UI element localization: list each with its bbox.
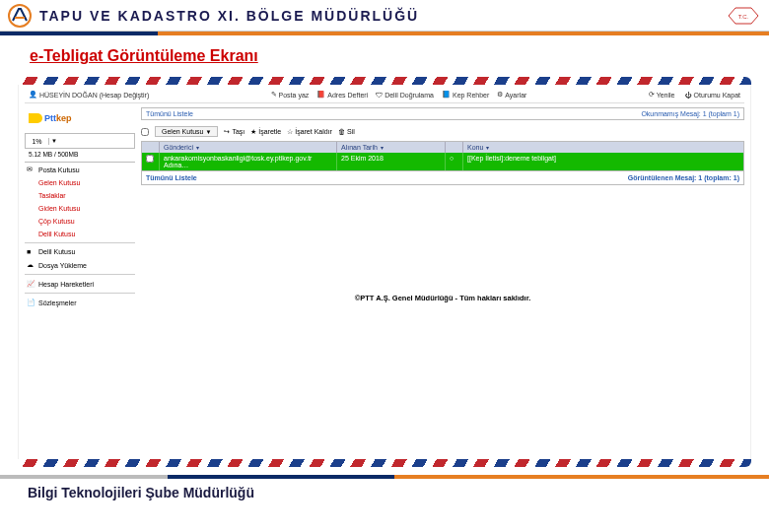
folder-mailbox[interactable]: ✉Posta Kutusu [25, 163, 135, 176]
doc-icon: 📄 [27, 299, 35, 306]
util-evidence-box[interactable]: ■Delil Kutusu [25, 245, 135, 258]
sort-icon: ▾ [196, 144, 199, 151]
pencil-icon: ✎ [271, 91, 277, 99]
util-label: Dosya Yükleme [38, 262, 87, 269]
ptt-suffix: kep [56, 113, 72, 123]
folder-inbox[interactable]: Gelen Kutusu [25, 176, 135, 189]
col-date[interactable]: Alınan Tarih▾ [337, 142, 446, 153]
mail-copyright: ©PTT A.Ş. Genel Müdürlüğü - Tüm hakları … [141, 185, 744, 302]
grid-footer-listall[interactable]: Tümünü Listele [146, 174, 197, 181]
unread-count-text: Okunmamış Mesaj: 1 (toplam 1) [641, 110, 739, 117]
trash-icon: 🗑 [338, 128, 345, 135]
inbox-dropdown-button[interactable]: Gelen Kutusu▼ [155, 126, 218, 137]
folder-label: Delil Kutusu [38, 231, 75, 237]
refresh-icon: ⟳ [649, 91, 655, 99]
col-sender-label: Gönderici [164, 144, 193, 151]
folder-label: Giden Kutusu [38, 205, 80, 212]
sidebar-divider [25, 274, 135, 275]
mail-row[interactable]: ankarakomisyonbaskanligi@tosk.ey.ptikep.… [142, 153, 743, 170]
mark-button[interactable]: ★İşaretle [250, 128, 281, 136]
chart-icon: 📈 [27, 280, 35, 288]
page-footer-text: Bilgi Teknolojileri Şube Müdürlüğü [0, 479, 769, 500]
chevron-down-icon: ▼ [205, 129, 211, 135]
inbox-btn-label: Gelen Kutusu [162, 128, 203, 135]
refresh-link[interactable]: ⟳Yenile [649, 91, 675, 99]
select-all-checkbox[interactable] [141, 128, 149, 136]
mark-label: İşaretle [258, 128, 281, 135]
ptt-flag-icon [29, 113, 42, 123]
address-book-link[interactable]: 📕Adres Defteri [316, 91, 368, 99]
address-label: Adres Defteri [327, 92, 368, 99]
upload-icon: ☁ [27, 261, 35, 269]
move-icon: ↪ [224, 128, 230, 136]
mail-toolbar: Gelen Kutusu▼ ↪Taşı ★İşaretle ☆İşaret Ka… [141, 124, 744, 139]
unmark-button[interactable]: ☆İşaret Kaldır [287, 128, 332, 136]
verify-link[interactable]: 🛡Delil Doğrulama [376, 92, 434, 99]
mail-main: Tümünü Listele Okunmamış Mesaj: 1 (topla… [141, 107, 744, 309]
col-subject[interactable]: Konu▾ [463, 142, 743, 153]
envelope-icon: ✉ [27, 166, 35, 173]
footer-accent-bar [0, 475, 769, 479]
box-icon: ■ [27, 248, 35, 255]
quota-percent-value: 1% [26, 138, 49, 145]
account-user[interactable]: 👤 HÜSEYİN DOĞAN (Hesap Değiştir) [29, 91, 149, 99]
quota-percent-select[interactable]: 1% ▼ [25, 133, 135, 149]
view-all-link[interactable]: Tümünü Listele [146, 110, 193, 117]
compose-link[interactable]: ✎Posta yaz [271, 91, 310, 99]
gear-icon: ⚙ [497, 91, 503, 99]
folder-sent[interactable]: Giden Kutusu [25, 202, 135, 215]
star-icon: ★ [250, 128, 256, 136]
util-account-activity[interactable]: 📈Hesap Hareketleri [25, 277, 135, 291]
logout-link[interactable]: ⏻Oturumu Kapat [685, 91, 740, 99]
compose-label: Posta yaz [279, 92, 310, 99]
delete-button[interactable]: 🗑Sil [338, 128, 355, 135]
col-date-label: Alınan Tarih [341, 144, 378, 151]
user-icon: 👤 [29, 91, 37, 99]
folder-trash[interactable]: Çöp Kutusu [25, 215, 135, 228]
move-button[interactable]: ↪Taşı [224, 128, 245, 136]
header-accent-bar [0, 32, 769, 35]
row-checkbox-cell [142, 153, 160, 170]
svg-text:T.C.: T.C. [738, 14, 749, 20]
tkgm-logo-icon [6, 2, 34, 30]
col-checkbox [142, 142, 160, 153]
settings-link[interactable]: ⚙Ayarlar [497, 91, 526, 99]
mail-envelope: 👤 HÜSEYİN DOĞAN (Hesap Değiştir) ✎Posta … [18, 77, 751, 467]
util-contracts[interactable]: 📄Sözleşmeler [25, 296, 135, 309]
airmail-stripe-top-icon [18, 77, 751, 85]
row-sender-email: ankarakomisyonbaskanligi@tosk.ey.ptikep.… [164, 155, 332, 162]
section-title: e-Tebligat Görüntüleme Ekranı [0, 35, 769, 71]
refresh-label: Yenile [657, 92, 675, 99]
account-bar: 👤 HÜSEYİN DOĞAN (Hesap Değiştir) ✎Posta … [25, 89, 744, 103]
quota-text: 5.12 MB / 500MB [25, 149, 135, 163]
star-outline-icon: ☆ [287, 128, 293, 136]
sort-icon: ▾ [486, 144, 489, 151]
shield-icon: 🛡 [376, 92, 383, 99]
move-label: Taşı [232, 128, 245, 135]
col-flag [446, 142, 463, 153]
sidebar-divider [25, 293, 135, 294]
account-user-text: HÜSEYİN DOĞAN (Hesap Değiştir) [39, 92, 149, 99]
book-icon: 📕 [316, 91, 325, 99]
guide-link[interactable]: 📘Kep Rehber [442, 91, 489, 99]
header-title: TAPU VE KADASTRO XI. BÖLGE MÜDÜRLÜĞÜ [39, 8, 724, 24]
page-header: TAPU VE KADASTRO XI. BÖLGE MÜDÜRLÜĞÜ T.C… [0, 0, 769, 32]
col-subject-label: Konu [467, 144, 483, 151]
row-flag: ○ [446, 153, 463, 170]
grid-footer-count: Görüntülenen Mesaj: 1 (toplam: 1) [628, 174, 739, 181]
settings-label: Ayarlar [505, 92, 526, 99]
view-all-bar: Tümünü Listele Okunmamış Mesaj: 1 (topla… [141, 107, 744, 120]
guide-label: Kep Rehber [453, 92, 489, 99]
delete-label: Sil [347, 128, 355, 135]
folder-label: Gelen Kutusu [38, 179, 80, 186]
row-checkbox[interactable] [146, 155, 154, 163]
chevron-down-icon: ▼ [49, 138, 57, 144]
folder-drafts[interactable]: Taslaklar [25, 189, 135, 202]
tkgm-badge-icon: T.C. [724, 5, 763, 27]
util-upload[interactable]: ☁Dosya Yükleme [25, 258, 135, 272]
col-sender[interactable]: Gönderici▾ [160, 142, 337, 153]
row-subject: [[Kep İletisi]:deneme tebligat] [463, 153, 743, 170]
mail-body: 👤 HÜSEYİN DOĞAN (Hesap Değiştir) ✎Posta … [18, 85, 751, 459]
folder-label: Taslaklar [38, 192, 66, 199]
folder-evidence[interactable]: Delil Kutusu [25, 228, 135, 240]
